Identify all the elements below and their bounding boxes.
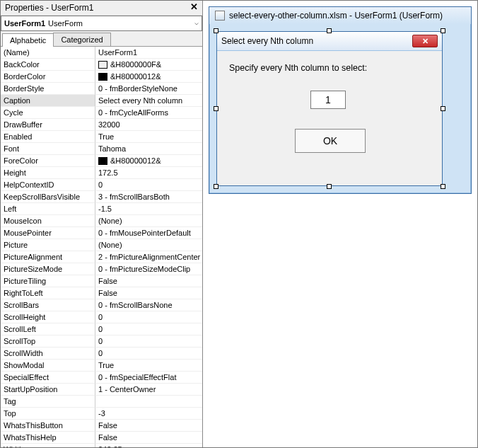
property-value[interactable]: 242.25 [95, 444, 202, 447]
property-value[interactable]: 3 - fmScrollBarsBoth [95, 191, 202, 203]
property-value[interactable]: (None) [95, 215, 202, 227]
property-row[interactable]: Top-3 [1, 408, 202, 420]
property-row[interactable]: Tag [1, 396, 202, 408]
property-row[interactable]: PictureTilingFalse [1, 275, 202, 287]
resize-handle-e[interactable] [441, 106, 445, 111]
property-row[interactable]: WhatsThisButtonFalse [1, 420, 202, 432]
tab-alphabetic[interactable]: Alphabetic [2, 33, 54, 47]
property-name: WhatsThisHelp [1, 432, 95, 444]
property-value[interactable]: 0 [95, 311, 202, 323]
property-row[interactable]: Left-1.5 [1, 203, 202, 215]
property-value[interactable]: 0 - fmMousePointerDefault [95, 227, 202, 239]
userform[interactable]: Select every Nth column ✕ Specify every … [216, 31, 443, 186]
property-row[interactable]: RightToLeftFalse [1, 287, 202, 299]
property-value[interactable]: 0 - fmPictureSizeModeClip [95, 263, 202, 275]
properties-titlebar: Properties - UserForm1 ✕ [1, 1, 202, 16]
properties-panel: Properties - UserForm1 ✕ UserForm1 UserF… [1, 1, 203, 447]
property-value[interactable]: 0 - fmBorderStyleNone [95, 83, 202, 95]
property-row[interactable]: SpecialEffect0 - fmSpecialEffectFlat [1, 372, 202, 384]
property-row[interactable]: ShowModalTrue [1, 360, 202, 372]
property-row[interactable]: Height172.5 [1, 167, 202, 179]
property-row[interactable]: Picture(None) [1, 239, 202, 251]
property-value[interactable]: 1 - CenterOwner [95, 384, 202, 396]
resize-handle-ne[interactable] [441, 28, 445, 33]
property-value[interactable]: &H8000000F& [95, 59, 202, 71]
property-value[interactable]: 0 [95, 323, 202, 335]
properties-grid[interactable]: (Name)UserForm1BackColor&H8000000F&Borde… [1, 47, 202, 447]
resize-handle-n[interactable] [327, 28, 332, 33]
property-value[interactable]: -3 [95, 408, 202, 420]
property-value[interactable]: &H80000012& [95, 71, 202, 83]
designer-titlebar[interactable]: select-every-other-column.xlsm - UserFor… [209, 7, 471, 24]
property-value[interactable]: &H80000012& [95, 155, 202, 167]
property-value[interactable]: 32000 [95, 119, 202, 131]
property-value[interactable]: False [95, 420, 202, 432]
property-value-text: False [98, 275, 117, 287]
property-row[interactable]: KeepScrollBarsVisible3 - fmScrollBarsBot… [1, 191, 202, 203]
property-row[interactable]: BorderStyle0 - fmBorderStyleNone [1, 83, 202, 95]
property-row[interactable]: StartUpPosition1 - CenterOwner [1, 384, 202, 396]
property-row[interactable]: MouseIcon(None) [1, 215, 202, 227]
property-row[interactable]: CaptionSelect every Nth column [1, 95, 202, 107]
property-value[interactable] [95, 396, 202, 408]
property-row[interactable]: Cycle0 - fmCycleAllForms [1, 107, 202, 119]
resize-handle-nw[interactable] [214, 28, 218, 33]
userform-close-button[interactable]: ✕ [412, 35, 438, 47]
form-icon [215, 11, 225, 21]
property-row[interactable]: FontTahoma [1, 143, 202, 155]
property-value[interactable]: Select every Nth column [95, 95, 202, 107]
property-row[interactable]: (Name)UserForm1 [1, 47, 202, 59]
property-row[interactable]: MousePointer0 - fmMousePointerDefault [1, 227, 202, 239]
property-row[interactable]: EnabledTrue [1, 131, 202, 143]
userform-titlebar[interactable]: Select every Nth column ✕ [217, 32, 442, 51]
property-row[interactable]: ScrollTop0 [1, 335, 202, 348]
property-value-text: 0 - fmSpecialEffectFlat [98, 372, 176, 384]
property-value[interactable]: 0 - fmCycleAllForms [95, 107, 202, 119]
property-name: KeepScrollBarsVisible [1, 191, 95, 203]
close-icon[interactable]: ✕ [187, 2, 201, 13]
property-value[interactable]: 0 - fmScrollBarsNone [95, 299, 202, 311]
property-row[interactable]: DrawBuffer32000 [1, 119, 202, 131]
property-row[interactable]: PictureAlignment2 - fmPictureAlignmentCe… [1, 251, 202, 263]
property-value[interactable]: False [95, 287, 202, 299]
property-value[interactable]: (None) [95, 239, 202, 251]
tab-categorized[interactable]: Categorized [53, 33, 110, 46]
property-row[interactable]: PictureSizeMode0 - fmPictureSizeModeClip [1, 263, 202, 275]
nth-input[interactable]: 1 [310, 91, 346, 109]
property-value[interactable]: 0 [95, 179, 202, 191]
property-row[interactable]: BorderColor&H80000012& [1, 71, 202, 83]
property-value[interactable]: UserForm1 [95, 47, 202, 59]
property-value[interactable]: 2 - fmPictureAlignmentCenter [95, 251, 202, 263]
property-value[interactable]: Tahoma [95, 143, 202, 155]
property-row[interactable]: ScrollWidth0 [1, 348, 202, 360]
property-row[interactable]: BackColor&H8000000F& [1, 59, 202, 71]
property-value[interactable]: False [95, 432, 202, 444]
property-row[interactable]: Width242.25 [1, 444, 202, 447]
property-name: ScrollHeight [1, 311, 95, 323]
property-name: PictureAlignment [1, 251, 95, 263]
userform-body[interactable]: Specify every Nth column to select: 1 OK [217, 51, 442, 185]
property-row[interactable]: ScrollBars0 - fmScrollBarsNone [1, 299, 202, 311]
property-value[interactable]: 0 - fmSpecialEffectFlat [95, 372, 202, 384]
property-value[interactable]: 172.5 [95, 167, 202, 179]
property-value-text: 172.5 [98, 167, 118, 179]
property-row[interactable]: ScrollLeft0 [1, 323, 202, 335]
property-value[interactable]: 0 [95, 335, 202, 348]
property-value[interactable]: 0 [95, 348, 202, 360]
property-value[interactable]: -1.5 [95, 203, 202, 215]
property-row[interactable]: HelpContextID0 [1, 179, 202, 191]
selection-handles[interactable]: Select every Nth column ✕ Specify every … [216, 31, 443, 186]
property-row[interactable]: ScrollHeight0 [1, 311, 202, 323]
object-selector[interactable]: UserForm1 UserForm ⌵ [1, 16, 202, 31]
property-row[interactable]: ForeColor&H80000012& [1, 155, 202, 167]
resize-handle-s[interactable] [327, 184, 332, 189]
property-row[interactable]: WhatsThisHelpFalse [1, 432, 202, 444]
property-value[interactable]: True [95, 131, 202, 143]
resize-handle-sw[interactable] [214, 184, 218, 189]
property-value[interactable]: False [95, 275, 202, 287]
resize-handle-se[interactable] [441, 184, 445, 189]
ok-button[interactable]: OK [295, 129, 366, 153]
resize-handle-w[interactable] [214, 106, 218, 111]
property-value[interactable]: True [95, 360, 202, 372]
property-value-text: 0 [98, 311, 103, 323]
